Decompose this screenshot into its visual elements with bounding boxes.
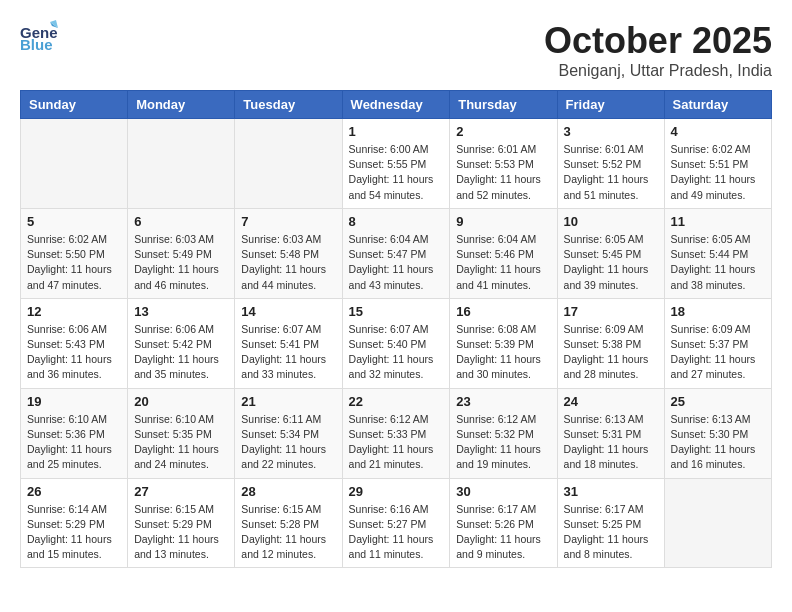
calendar-cell: 21Sunrise: 6:11 AMSunset: 5:34 PMDayligh… [235, 388, 342, 478]
day-number: 3 [564, 124, 658, 139]
day-number: 1 [349, 124, 444, 139]
calendar-cell: 16Sunrise: 6:08 AMSunset: 5:39 PMDayligh… [450, 298, 557, 388]
col-header-wednesday: Wednesday [342, 91, 450, 119]
col-header-saturday: Saturday [664, 91, 771, 119]
calendar-cell: 29Sunrise: 6:16 AMSunset: 5:27 PMDayligh… [342, 478, 450, 568]
day-number: 26 [27, 484, 121, 499]
day-number: 10 [564, 214, 658, 229]
calendar-cell: 6Sunrise: 6:03 AMSunset: 5:49 PMDaylight… [128, 208, 235, 298]
day-number: 2 [456, 124, 550, 139]
calendar-cell: 4Sunrise: 6:02 AMSunset: 5:51 PMDaylight… [664, 119, 771, 209]
calendar-cell: 28Sunrise: 6:15 AMSunset: 5:28 PMDayligh… [235, 478, 342, 568]
day-info: Sunrise: 6:04 AMSunset: 5:46 PMDaylight:… [456, 232, 550, 293]
week-row-5: 26Sunrise: 6:14 AMSunset: 5:29 PMDayligh… [21, 478, 772, 568]
day-info: Sunrise: 6:12 AMSunset: 5:33 PMDaylight:… [349, 412, 444, 473]
calendar-cell: 12Sunrise: 6:06 AMSunset: 5:43 PMDayligh… [21, 298, 128, 388]
day-number: 19 [27, 394, 121, 409]
calendar-cell: 13Sunrise: 6:06 AMSunset: 5:42 PMDayligh… [128, 298, 235, 388]
day-number: 30 [456, 484, 550, 499]
day-info: Sunrise: 6:06 AMSunset: 5:42 PMDaylight:… [134, 322, 228, 383]
day-number: 13 [134, 304, 228, 319]
day-number: 24 [564, 394, 658, 409]
month-title: October 2025 [544, 20, 772, 62]
day-info: Sunrise: 6:02 AMSunset: 5:50 PMDaylight:… [27, 232, 121, 293]
week-row-1: 1Sunrise: 6:00 AMSunset: 5:55 PMDaylight… [21, 119, 772, 209]
calendar-cell: 1Sunrise: 6:00 AMSunset: 5:55 PMDaylight… [342, 119, 450, 209]
day-info: Sunrise: 6:08 AMSunset: 5:39 PMDaylight:… [456, 322, 550, 383]
logo: General Blue [20, 20, 58, 52]
day-number: 15 [349, 304, 444, 319]
week-row-4: 19Sunrise: 6:10 AMSunset: 5:36 PMDayligh… [21, 388, 772, 478]
calendar-cell: 2Sunrise: 6:01 AMSunset: 5:53 PMDaylight… [450, 119, 557, 209]
day-info: Sunrise: 6:11 AMSunset: 5:34 PMDaylight:… [241, 412, 335, 473]
day-info: Sunrise: 6:10 AMSunset: 5:35 PMDaylight:… [134, 412, 228, 473]
calendar-cell: 9Sunrise: 6:04 AMSunset: 5:46 PMDaylight… [450, 208, 557, 298]
day-number: 16 [456, 304, 550, 319]
col-header-sunday: Sunday [21, 91, 128, 119]
day-info: Sunrise: 6:06 AMSunset: 5:43 PMDaylight:… [27, 322, 121, 383]
day-info: Sunrise: 6:17 AMSunset: 5:26 PMDaylight:… [456, 502, 550, 563]
calendar-cell [664, 478, 771, 568]
calendar-cell: 15Sunrise: 6:07 AMSunset: 5:40 PMDayligh… [342, 298, 450, 388]
calendar-cell: 26Sunrise: 6:14 AMSunset: 5:29 PMDayligh… [21, 478, 128, 568]
day-info: Sunrise: 6:15 AMSunset: 5:29 PMDaylight:… [134, 502, 228, 563]
day-number: 6 [134, 214, 228, 229]
day-number: 25 [671, 394, 765, 409]
day-info: Sunrise: 6:13 AMSunset: 5:31 PMDaylight:… [564, 412, 658, 473]
calendar-table: SundayMondayTuesdayWednesdayThursdayFrid… [20, 90, 772, 568]
day-info: Sunrise: 6:15 AMSunset: 5:28 PMDaylight:… [241, 502, 335, 563]
day-number: 8 [349, 214, 444, 229]
day-info: Sunrise: 6:03 AMSunset: 5:49 PMDaylight:… [134, 232, 228, 293]
calendar-cell: 30Sunrise: 6:17 AMSunset: 5:26 PMDayligh… [450, 478, 557, 568]
col-header-monday: Monday [128, 91, 235, 119]
day-info: Sunrise: 6:16 AMSunset: 5:27 PMDaylight:… [349, 502, 444, 563]
day-number: 31 [564, 484, 658, 499]
location-title: Beniganj, Uttar Pradesh, India [544, 62, 772, 80]
week-row-3: 12Sunrise: 6:06 AMSunset: 5:43 PMDayligh… [21, 298, 772, 388]
day-info: Sunrise: 6:10 AMSunset: 5:36 PMDaylight:… [27, 412, 121, 473]
calendar-cell: 31Sunrise: 6:17 AMSunset: 5:25 PMDayligh… [557, 478, 664, 568]
calendar-cell: 23Sunrise: 6:12 AMSunset: 5:32 PMDayligh… [450, 388, 557, 478]
day-info: Sunrise: 6:00 AMSunset: 5:55 PMDaylight:… [349, 142, 444, 203]
title-block: October 2025 Beniganj, Uttar Pradesh, In… [544, 20, 772, 80]
day-number: 29 [349, 484, 444, 499]
day-info: Sunrise: 6:07 AMSunset: 5:40 PMDaylight:… [349, 322, 444, 383]
calendar-cell: 11Sunrise: 6:05 AMSunset: 5:44 PMDayligh… [664, 208, 771, 298]
logo-icon: General Blue [20, 20, 58, 52]
calendar-cell [235, 119, 342, 209]
header-row: SundayMondayTuesdayWednesdayThursdayFrid… [21, 91, 772, 119]
calendar-cell: 8Sunrise: 6:04 AMSunset: 5:47 PMDaylight… [342, 208, 450, 298]
calendar-cell: 14Sunrise: 6:07 AMSunset: 5:41 PMDayligh… [235, 298, 342, 388]
day-number: 18 [671, 304, 765, 319]
calendar-cell: 18Sunrise: 6:09 AMSunset: 5:37 PMDayligh… [664, 298, 771, 388]
day-info: Sunrise: 6:01 AMSunset: 5:53 PMDaylight:… [456, 142, 550, 203]
calendar-cell [21, 119, 128, 209]
day-info: Sunrise: 6:17 AMSunset: 5:25 PMDaylight:… [564, 502, 658, 563]
day-info: Sunrise: 6:04 AMSunset: 5:47 PMDaylight:… [349, 232, 444, 293]
day-number: 27 [134, 484, 228, 499]
day-info: Sunrise: 6:09 AMSunset: 5:37 PMDaylight:… [671, 322, 765, 383]
calendar-cell: 25Sunrise: 6:13 AMSunset: 5:30 PMDayligh… [664, 388, 771, 478]
day-number: 20 [134, 394, 228, 409]
day-number: 23 [456, 394, 550, 409]
day-info: Sunrise: 6:02 AMSunset: 5:51 PMDaylight:… [671, 142, 765, 203]
col-header-thursday: Thursday [450, 91, 557, 119]
calendar-cell: 10Sunrise: 6:05 AMSunset: 5:45 PMDayligh… [557, 208, 664, 298]
day-info: Sunrise: 6:01 AMSunset: 5:52 PMDaylight:… [564, 142, 658, 203]
day-number: 9 [456, 214, 550, 229]
day-number: 7 [241, 214, 335, 229]
calendar-cell: 24Sunrise: 6:13 AMSunset: 5:31 PMDayligh… [557, 388, 664, 478]
calendar-cell: 22Sunrise: 6:12 AMSunset: 5:33 PMDayligh… [342, 388, 450, 478]
page-header: General Blue October 2025 Beniganj, Utta… [20, 20, 772, 80]
day-number: 12 [27, 304, 121, 319]
day-number: 21 [241, 394, 335, 409]
day-number: 11 [671, 214, 765, 229]
day-number: 28 [241, 484, 335, 499]
day-number: 14 [241, 304, 335, 319]
day-info: Sunrise: 6:14 AMSunset: 5:29 PMDaylight:… [27, 502, 121, 563]
calendar-cell: 19Sunrise: 6:10 AMSunset: 5:36 PMDayligh… [21, 388, 128, 478]
day-info: Sunrise: 6:07 AMSunset: 5:41 PMDaylight:… [241, 322, 335, 383]
col-header-tuesday: Tuesday [235, 91, 342, 119]
col-header-friday: Friday [557, 91, 664, 119]
day-info: Sunrise: 6:03 AMSunset: 5:48 PMDaylight:… [241, 232, 335, 293]
